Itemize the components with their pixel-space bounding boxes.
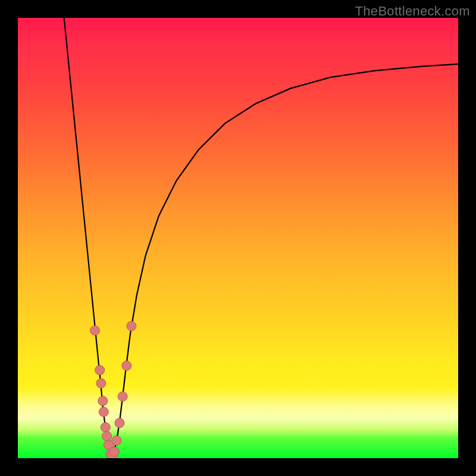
data-dot: [98, 396, 108, 406]
data-dot: [122, 361, 131, 371]
data-dot: [102, 431, 111, 441]
data-dot: [101, 422, 110, 432]
data-dot: [109, 447, 119, 456]
data-dot: [112, 436, 121, 445]
watermark-text: TheBottleneck.com: [355, 4, 470, 19]
curve-group: [64, 18, 458, 456]
curve-left-branch: [64, 18, 112, 456]
data-dot: [127, 321, 136, 331]
data-dot: [90, 325, 100, 335]
data-dot: [99, 407, 108, 416]
data-dot: [115, 418, 124, 428]
data-dot: [118, 392, 127, 401]
chart-plot-area: [18, 18, 458, 458]
curve-right-branch: [112, 64, 458, 456]
data-dot: [95, 365, 105, 375]
data-dot: [96, 378, 106, 388]
chart-frame: TheBottleneck.com: [0, 0, 476, 476]
chart-svg: [18, 18, 458, 458]
